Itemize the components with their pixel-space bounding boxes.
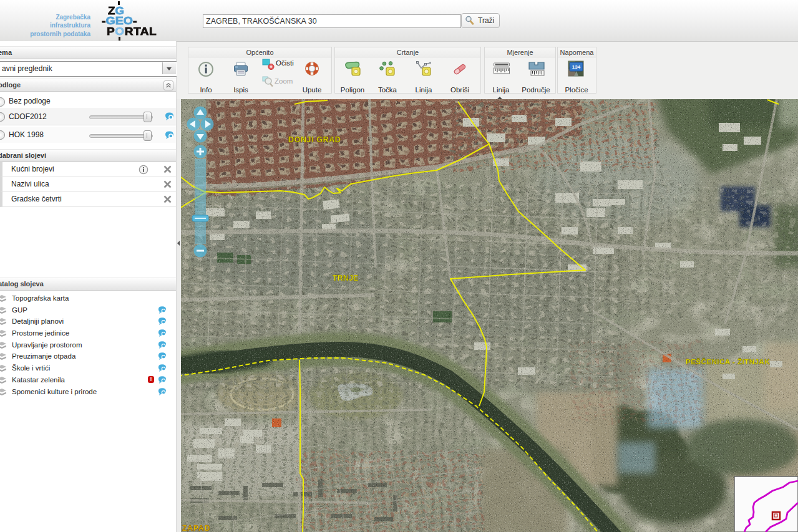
svg-text:PEŠČENICA - ŽITNJAK: PEŠČENICA - ŽITNJAK bbox=[686, 358, 770, 365]
svg-text:ZAPAD: ZAPAD bbox=[182, 524, 210, 532]
svg-text:134: 134 bbox=[572, 64, 581, 70]
svg-text:DONJI GRAD: DONJI GRAD bbox=[288, 135, 341, 144]
svg-text:TRNJE: TRNJE bbox=[333, 274, 359, 283]
